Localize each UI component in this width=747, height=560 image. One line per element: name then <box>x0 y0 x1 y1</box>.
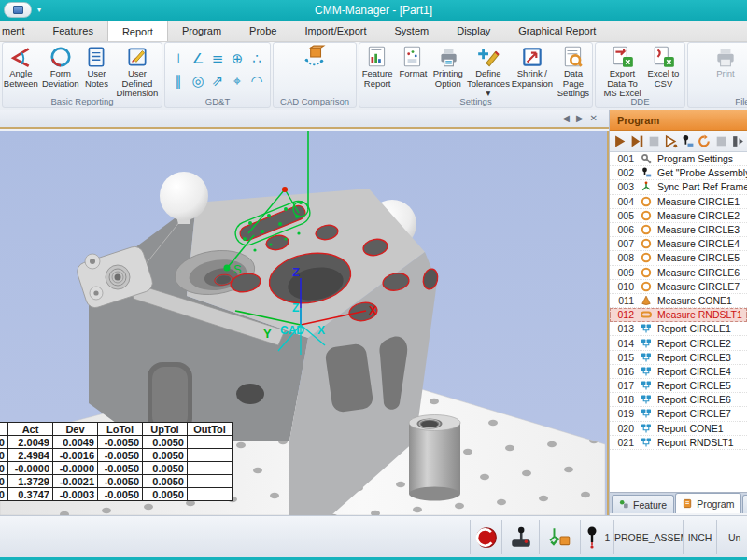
update-button[interactable] <box>698 134 712 148</box>
3d-viewport[interactable]: S Z X Y <box>0 131 609 515</box>
table-cell: 0.0050 <box>143 436 188 449</box>
step-label: Report CIRCLE4 <box>657 366 731 377</box>
app-menu-button[interactable] <box>4 2 32 18</box>
gdt-symbol-button[interactable]: ◠ <box>247 70 267 92</box>
ribbon-item-label: Define Tolerances ▾ <box>467 69 510 99</box>
probe-status-cell[interactable]: 1 <box>581 516 613 558</box>
program-step-row[interactable]: 011Measure CONE1 <box>610 294 747 308</box>
shrink-expansion-button[interactable]: Shrink / Expansion <box>512 45 553 95</box>
program-step-row[interactable]: 012Measure RNDSLT1 <box>610 308 747 322</box>
program-step-row[interactable]: 006Measure CIRCLE3 <box>610 223 747 237</box>
more-tools-button[interactable] <box>731 134 745 148</box>
gdt-symbol-button[interactable]: ⊕ <box>228 48 247 70</box>
gdt-symbol-button[interactable]: ≡ <box>208 48 228 70</box>
form-deviation-button[interactable]: Form Deviation <box>41 45 80 95</box>
stop-button[interactable] <box>647 134 661 148</box>
step-run-button[interactable] <box>664 134 678 148</box>
printing-option-button[interactable]: Printing Option <box>431 45 465 95</box>
program-step-row[interactable]: 010Measure CIRCLE7 <box>610 280 747 294</box>
program-step-row[interactable]: 016Report CIRCLE4 <box>610 365 747 379</box>
menu-tab[interactable]: Program <box>168 21 235 41</box>
format-button[interactable]: Format <box>397 45 429 95</box>
menu-tab[interactable]: Features <box>38 21 106 41</box>
quick-access-dropdown-icon[interactable]: ▾ <box>37 6 41 14</box>
program-step-row[interactable]: 015Report CIRCLE3 <box>610 351 747 365</box>
step-label: Program Settings <box>657 153 733 164</box>
panel-tab-feature[interactable]: Feature <box>612 495 674 513</box>
define-tolerances-button[interactable]: Define Tolerances ▾ <box>467 45 510 95</box>
title-bar: ▾ CMM-Manager - [Part1] <box>0 0 747 21</box>
user-defined-dimension-button[interactable]: User Defined Dimension <box>113 45 162 95</box>
gdt-symbol-button[interactable]: ⌖ <box>228 70 247 92</box>
scroll-left-icon[interactable]: ◀ <box>562 113 570 123</box>
menu-tab[interactable]: Graphical Report <box>504 21 610 41</box>
menu-tab[interactable]: System <box>381 21 444 41</box>
cad-comparison-button[interactable] <box>287 45 343 95</box>
table-cell <box>188 436 233 449</box>
table-row: 0.0000-0.0000-0.0000-0.00500.0050 <box>0 462 233 475</box>
program-step-row[interactable]: 009Measure CIRCLE6 <box>610 266 747 280</box>
program-step-row[interactable]: 019Report CIRCLE7 <box>610 407 747 421</box>
user-notes-button[interactable]: User Notes <box>82 45 111 95</box>
panel-tab-report[interactable]: Report <box>742 495 747 513</box>
gdt-symbol-button[interactable]: ⇗ <box>208 70 228 92</box>
gdt-symbol-button[interactable]: ∥ <box>169 70 189 92</box>
export-excel-button[interactable]: Export Data To MS Excel <box>600 45 645 95</box>
menu-tab[interactable]: ment <box>0 21 38 41</box>
program-step-row[interactable]: 004Measure CIRCLE1 <box>610 195 747 209</box>
program-step-row[interactable]: 013Report CIRCLE1 <box>610 322 747 336</box>
menu-tab[interactable]: Report <box>107 21 168 41</box>
emergency-stop-button[interactable] <box>471 516 501 558</box>
gdt-symbol-button[interactable]: ⊥ <box>169 48 189 70</box>
program-step-row[interactable]: 003Sync Part Ref Frame <box>610 180 747 194</box>
feature-report-button[interactable]: Feature Report <box>359 45 395 95</box>
table-cell: 2.0000 <box>0 436 8 449</box>
units-cell[interactable]: INCH <box>684 516 716 558</box>
menu-tab[interactable]: Probe <box>235 21 290 41</box>
step-number: 013 <box>610 323 634 334</box>
run-to-end-button[interactable] <box>630 134 644 148</box>
close-document-icon[interactable]: ✕ <box>590 113 598 123</box>
program-step-row[interactable]: 007Measure CIRCLE4 <box>610 237 747 251</box>
scroll-right-icon[interactable]: ▶ <box>576 113 584 123</box>
program-step-row[interactable]: 020Report CONE1 <box>610 422 747 436</box>
gdt-symbol-button[interactable]: ∴ <box>247 48 267 70</box>
step-label: Measure CONE1 <box>657 295 732 306</box>
table-cell: 0.3750 <box>0 488 8 501</box>
window-title: CMM-Manager - [Part1] <box>0 4 747 17</box>
program-step-row[interactable]: 005Measure CIRCLE2 <box>610 209 747 223</box>
program-step-row[interactable]: 001Program Settings <box>610 152 747 166</box>
quick-access-toolbar[interactable]: ▾ <box>4 2 41 18</box>
step-number: 010 <box>610 281 634 292</box>
step-number: 001 <box>610 153 634 164</box>
panel-tab-program[interactable]: Program <box>675 493 741 513</box>
program-step-row[interactable]: 014Report CIRCLE2 <box>610 336 747 350</box>
menu-tab[interactable]: Import/Export <box>290 21 380 41</box>
program-step-row[interactable]: 008Measure CIRCLE5 <box>610 251 747 265</box>
gdt-symbol-button[interactable]: ◎ <box>189 70 208 92</box>
run-program-button[interactable] <box>613 134 627 148</box>
step-number: 020 <box>610 423 634 434</box>
angle-between-button[interactable]: Angle Between <box>3 45 39 95</box>
gdt-symbol-button[interactable]: ∠ <box>189 48 208 70</box>
table-row: 2.50002.4984-0.0016-0.00500.0050 <box>0 449 233 462</box>
joystick-button[interactable] <box>502 516 539 558</box>
excel-csv-button[interactable]: Excel to CSV <box>647 45 681 95</box>
program-step-row[interactable]: 002Get "Probe Assembly <box>610 166 747 180</box>
program-step-row[interactable]: 018Report CIRCLE6 <box>610 393 747 407</box>
program-panel: Program 001Program Settings002Get "Probe… <box>609 110 747 515</box>
probe-icon <box>641 167 652 178</box>
program-step-row[interactable]: 021Report RNDSLT1 <box>610 436 747 450</box>
probe-assembly-cell[interactable]: PROBE_ASSEM <box>614 516 683 558</box>
data-page-settings-button[interactable]: Data Page Settings <box>555 45 592 95</box>
menu-tab[interactable]: Display <box>443 21 504 41</box>
group-label: CAD Comparison <box>274 96 356 106</box>
probe-position-button[interactable] <box>681 134 695 148</box>
report-icon <box>641 437 652 448</box>
probe-assembly-name: PROBE_ASSEM <box>614 532 683 543</box>
program-step-row[interactable]: 017Report CIRCLE5 <box>610 379 747 393</box>
machine-frame-button[interactable] <box>540 516 580 558</box>
save-button[interactable]: Save <box>743 45 747 95</box>
print-button[interactable]: Print <box>710 45 741 95</box>
pause-button[interactable] <box>714 134 728 148</box>
